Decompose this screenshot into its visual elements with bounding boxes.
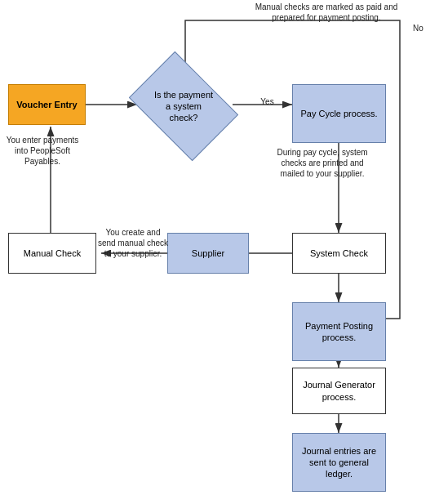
payment-posting-label: Payment Posting process. (296, 320, 382, 344)
pay-cycle-box: Pay Cycle process. (292, 84, 386, 143)
system-check-label: System Check (310, 248, 368, 259)
voucher-entry-box: Voucher Entry (8, 84, 86, 125)
system-check-box: System Check (292, 233, 386, 274)
payment-posting-box: Payment Posting process. (292, 302, 386, 361)
supplier-box: Supplier (167, 233, 249, 274)
manual-check-note: You create and send manual check to your… (96, 227, 170, 259)
diamond-label: Is the payment a system check? (151, 89, 216, 124)
manual-check-box: Manual Check (8, 233, 96, 274)
journal-entries-box: Journal entries are sent to general ledg… (292, 433, 386, 492)
system-check-diamond: Is the payment a system check? (135, 69, 233, 143)
journal-generator-box: Journal Generator process. (292, 368, 386, 414)
supplier-label: Supplier (192, 248, 224, 259)
no-label: No (408, 23, 428, 33)
manual-check-label: Manual Check (24, 248, 81, 259)
manual-checks-note: Manual checks are marked as paid and pre… (245, 2, 408, 23)
voucher-entry-label: Voucher Entry (16, 99, 77, 110)
pay-cycle-note: During pay cycle, system checks are prin… (269, 147, 375, 179)
journal-entries-label: Journal entries are sent to general ledg… (296, 445, 382, 480)
yes-label: Yes (253, 96, 282, 107)
flowchart: Voucher Entry Is the payment a system ch… (0, 0, 439, 504)
journal-generator-label: Journal Generator process. (296, 379, 382, 403)
pay-cycle-label: Pay Cycle process. (300, 108, 377, 119)
voucher-entry-note: You enter payments into PeopleSoft Payab… (2, 135, 83, 167)
